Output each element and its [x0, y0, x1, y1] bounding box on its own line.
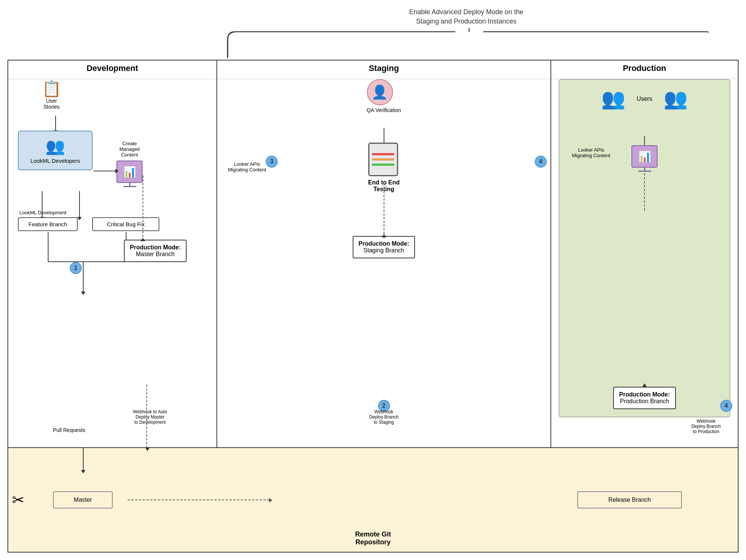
dev-header: Development: [8, 60, 216, 79]
monitor-stand: [129, 183, 130, 186]
arrow-merged-down: [83, 262, 84, 292]
prod-stand: [644, 168, 645, 171]
developers-label: LookML Developers: [24, 158, 86, 164]
dashed-master-to-release: [128, 500, 269, 500]
badge-3: 3: [266, 156, 278, 168]
badge-4a-label: 4: [539, 158, 543, 165]
clipboard-row2: [372, 158, 394, 161]
arrow-head3: [81, 292, 85, 295]
qa-label: QA Verification: [367, 107, 401, 113]
lookml-developers-box: 👥 LookML Developers: [18, 131, 93, 170]
qa-area: 👤 QA Verification: [367, 79, 401, 113]
badge-2-label: 2: [382, 402, 386, 409]
users-label: Users: [637, 96, 652, 102]
arrow-stories-to-dev: [55, 116, 56, 131]
feature-branch-box: Feature Branch: [18, 217, 78, 231]
prod-mode-prod-title: Production Mode:: [619, 391, 670, 398]
top-annotation: Enable Advanced Deploy Mode on the Stagi…: [224, 7, 709, 26]
users-row: 👥 Users 👥: [559, 80, 730, 110]
clipboard-row1: [372, 153, 394, 155]
annotation-line2: Staging and Production Instances: [416, 18, 516, 25]
feature-branch-label: Feature Branch: [28, 221, 67, 227]
arrow-feature-down: [48, 232, 49, 262]
monitor-chart-dev: 📊: [116, 161, 143, 183]
badge-4a: 4: [535, 156, 547, 168]
prod-mode-staging-title: Production Mode:: [359, 240, 409, 247]
webhook-prod-label: WebhookDeploy Branchto Production: [680, 419, 732, 434]
monitor-base: [123, 186, 136, 187]
arrow-merge: [48, 261, 126, 262]
webhook-dev-label: Webhook to AutoDeploy Masterto Developme…: [120, 409, 180, 425]
lookml-dev-label: LookML Development: [19, 210, 66, 215]
users-icon-left: 👥: [601, 87, 625, 110]
prod-mode-staging-value: Staging Branch: [359, 247, 409, 254]
badge-4b: 4: [720, 400, 732, 412]
dashed-prod-line: [644, 173, 645, 211]
prod-mode-dev-box: Production Mode: Master Branch: [124, 240, 187, 262]
dev-column: Development 📋 UserStories 👥 LookML Devel…: [8, 60, 217, 447]
pull-requests-label: Pull Requests: [53, 427, 85, 433]
webhook-staging-label: WebhookDeploy Branchto Staging: [358, 409, 410, 425]
dashed-from-prodmode-dev: [146, 385, 147, 448]
users-icon-right: 👥: [664, 87, 688, 110]
master-label: Master: [74, 497, 92, 503]
annotation-line1: Enable Advanced Deploy Mode on the: [409, 8, 523, 16]
arrowhead-to-master: [145, 448, 150, 451]
arrowhead-up-prod: [642, 383, 647, 387]
diagram-area: Development 📋 UserStories 👥 LookML Devel…: [7, 60, 739, 553]
master-box: Master: [53, 491, 113, 508]
badge-1-label: 1: [74, 265, 78, 271]
arrow-head2: [77, 217, 82, 220]
user-stories-icon: 📋: [42, 81, 61, 97]
arrow-head-master: [81, 470, 85, 473]
arrowhead-up-dev: [141, 238, 145, 241]
prod-mode-prod-value: Production Branch: [619, 398, 670, 405]
badge-3-label: 3: [270, 158, 274, 165]
critical-bug-box: Critical Bug Fix: [92, 217, 159, 231]
prod-mode-prod-box: Production Mode: Production Branch: [613, 387, 676, 409]
prod-mode-dev-title: Production Mode:: [130, 244, 181, 251]
create-managed-label: CreateManagedContent: [116, 141, 143, 158]
developers-icon: 👥: [24, 137, 86, 155]
arrowhead-up-staging: [382, 234, 386, 237]
prod-base: [638, 171, 651, 172]
prod-green-area: 👥 Users 👥 Looker APIsMigrating Content 📊: [559, 79, 730, 417]
looker-api-staging-label: Looker APIsMigrating Content: [225, 161, 269, 172]
production-column: Production 👥 Users 👥 Looker APIsMigratin: [551, 60, 738, 447]
main-container: Enable Advanced Deploy Mode on the Stagi…: [7, 7, 739, 553]
brace-svg: [224, 28, 709, 60]
arrow-head-release: [269, 498, 272, 503]
prod-mode-dev-value: Master Branch: [130, 251, 181, 258]
arrow-to-critical: [79, 191, 80, 217]
production-header: Production: [551, 60, 738, 79]
arrow-dev-to-monitor: [93, 171, 116, 171]
create-managed-area: CreateManagedContent 📊: [116, 141, 143, 187]
top-section: Development 📋 UserStories 👥 LookML Devel…: [7, 60, 739, 448]
arrow-into-master: [83, 448, 84, 470]
badge-4b-label: 4: [725, 402, 728, 409]
release-box: Release Branch: [577, 491, 682, 508]
staging-column: Staging 👤 QA Verification Looker APIsMig…: [217, 60, 551, 447]
dashed-monitor-to-prodmode: [143, 175, 143, 237]
arrow-to-feature: [42, 191, 43, 217]
looker-api-prod-label: Looker APIsMigrating Content: [567, 147, 615, 158]
git-icon-left: ✂: [12, 491, 25, 508]
clipboard-row3: [372, 164, 394, 166]
critical-bug-label: Critical Bug Fix: [107, 221, 145, 227]
clipboard-icon: [368, 143, 398, 176]
dashed-staging-line: [384, 184, 384, 234]
user-stories-label: UserStories: [42, 98, 61, 110]
git-section: ✂ Master Release Branch Remote GitReposi…: [7, 448, 739, 553]
monitor-chart-prod: 📊: [631, 145, 658, 172]
qa-icon: 👤: [367, 79, 393, 105]
staging-header: Staging: [217, 60, 550, 79]
release-label: Release Branch: [608, 497, 651, 503]
badge-1: 1: [70, 262, 82, 274]
prod-mode-staging-box: Production Mode: Staging Branch: [353, 236, 415, 258]
monitor-chart-prod-icon: 📊: [631, 145, 658, 168]
user-stories: 📋 UserStories: [42, 81, 61, 110]
repo-label: Remote GitRepository: [355, 531, 391, 546]
